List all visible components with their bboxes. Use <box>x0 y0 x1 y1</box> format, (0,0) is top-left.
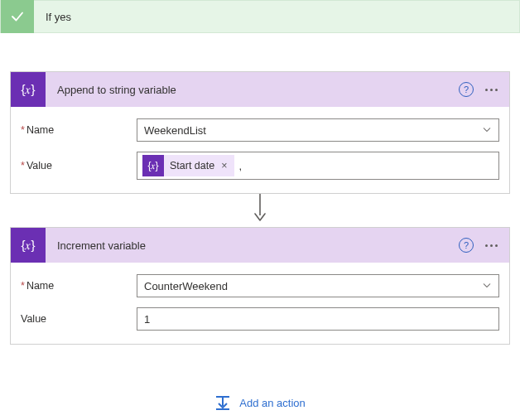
field-label-name: *Name <box>21 124 137 136</box>
overflow-menu-icon[interactable] <box>482 85 501 94</box>
chevron-down-icon <box>482 125 492 135</box>
add-action-button[interactable]: Add an action <box>0 394 520 411</box>
required-asterisk: * <box>21 124 25 136</box>
action-title: Append to string variable <box>46 84 459 96</box>
form-row-value: *Value {𝑥} Start date × , <box>21 152 499 180</box>
condition-branch-title: If yes <box>34 11 71 23</box>
add-action-label: Add an action <box>239 397 306 409</box>
action-header[interactable]: {𝑥} Append to string variable ? <box>11 72 509 107</box>
field-label-value: Value <box>21 313 137 325</box>
required-asterisk: * <box>21 160 25 171</box>
action-body: *Name CounterWeekend Value <box>11 263 509 344</box>
field-label-name: *Name <box>21 280 137 292</box>
action-card-increment-variable: {𝑥} Increment variable ? *Name CounterWe… <box>10 227 510 345</box>
overflow-menu-icon[interactable] <box>482 241 501 250</box>
value-token-field[interactable]: {𝑥} Start date × , <box>137 152 499 180</box>
remove-token-icon[interactable]: × <box>221 160 227 171</box>
check-icon <box>1 0 34 33</box>
form-row-name: *Name WeekendList <box>21 118 499 142</box>
token-label: Start date <box>170 160 214 171</box>
name-select-value: CounterWeekend <box>144 280 482 292</box>
condition-branch-if-yes[interactable]: If yes <box>0 0 520 33</box>
action-body: *Name WeekendList *Value {𝑥} Start date … <box>11 107 509 193</box>
expression-token[interactable]: {𝑥} Start date × <box>142 155 234 176</box>
trailing-text: , <box>239 160 243 172</box>
value-input[interactable] <box>137 307 499 331</box>
fx-braces-icon: {𝑥} <box>11 72 46 107</box>
help-icon[interactable]: ? <box>459 238 474 253</box>
field-label-value: *Value <box>21 160 137 171</box>
form-row-name: *Name CounterWeekend <box>21 274 499 297</box>
action-title: Increment variable <box>46 239 459 252</box>
name-select[interactable]: CounterWeekend <box>137 274 499 297</box>
name-select-value: WeekendList <box>144 124 482 137</box>
fx-braces-icon: {𝑥} <box>142 155 164 176</box>
add-action-icon <box>214 394 231 411</box>
name-select[interactable]: WeekendList <box>137 118 499 142</box>
chevron-down-icon <box>482 281 492 291</box>
help-icon[interactable]: ? <box>459 82 474 97</box>
connector-arrow <box>0 194 520 222</box>
action-card-append-to-string-variable: {𝑥} Append to string variable ? *Name We… <box>10 71 510 194</box>
form-row-value: Value <box>21 307 499 331</box>
action-header[interactable]: {𝑥} Increment variable ? <box>11 228 509 263</box>
required-asterisk: * <box>21 280 25 292</box>
fx-braces-icon: {𝑥} <box>11 228 46 263</box>
